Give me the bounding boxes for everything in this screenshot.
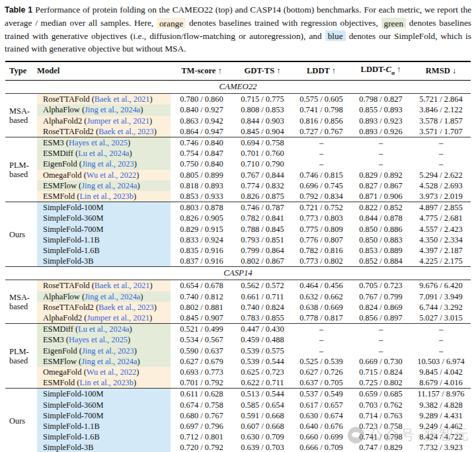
metric-value: 0.701 / 0.792 — [171, 377, 233, 389]
model-cell: EigenFold Jing et al., 2023 — [37, 346, 171, 356]
metric-value: 0.816 / 0.856 — [292, 116, 350, 126]
metric-value: 0.773 / 0.803 — [292, 213, 350, 223]
citation-link[interactable]: Jing et al., 2024a — [79, 181, 140, 190]
model-name: EigenFold — [43, 159, 77, 169]
metric-value: 0.659 / 0.685 — [350, 389, 411, 400]
metric-value: – — [350, 334, 411, 345]
metric-value: 3.846 / 2.122 — [411, 104, 471, 115]
metric-value: 3.571 / 1.707 — [411, 126, 471, 137]
metric-value: 0.654 / 0.678 — [171, 280, 233, 291]
metric-value: 0.792 / 0.834 — [292, 191, 350, 202]
table-row: EigenFold Jing et al., 20230.750 / 0.840… — [5, 159, 471, 169]
metric-value: 11.157 / 8.976 — [411, 389, 471, 400]
model-cell: ESMFlow Jing et al., 2024a — [37, 356, 171, 367]
citation-link[interactable]: Baek et al., 2021 — [92, 281, 153, 290]
metric-value: 0.710 / 0.790 — [233, 159, 292, 169]
metric-value: – — [350, 324, 411, 335]
table-row: SimpleFold-700M0.680 / 0.7670.591 / 0.66… — [5, 410, 471, 421]
model-cell: RoseTTAFold Baek et al., 2021 — [37, 94, 171, 105]
col-header: RMSD ↓ — [411, 61, 471, 81]
model-cell: SimpleFold-1.6B — [37, 432, 171, 442]
model-cell: AlphaFold2 Jumper et al., 2021 — [37, 313, 171, 324]
metric-value: 0.525 / 0.539 — [292, 356, 350, 367]
metric-value: 0.585 / 0.654 — [233, 400, 292, 410]
metric-value: 0.863 / 0.942 — [171, 116, 233, 126]
metric-value: 9.249 / 4.462 — [411, 421, 471, 432]
citation-link[interactable]: Hayes et al., 2025 — [66, 335, 130, 344]
model-name: ESMDiff — [43, 149, 73, 158]
model-cell: AlphaFlow Jing et al., 2024a — [37, 291, 171, 302]
metric-value: 0.696 / 0.745 — [292, 180, 350, 191]
row-group-type: PLM-based — [5, 137, 37, 202]
table-row: AlphaFlow Jing et al., 2024a0.840 / 0.92… — [5, 104, 471, 115]
legend-blue-swatch: blue — [325, 30, 346, 41]
benchmark-label: CAMEO22 — [5, 81, 471, 94]
metric-value: 0.850 / 0.883 — [350, 235, 411, 245]
row-group-type: PLM-based — [5, 324, 37, 389]
row-group-type: MSA-based — [5, 280, 37, 324]
model-name: AlphaFlow — [43, 292, 80, 301]
citation-link[interactable]: Wu et al., 2022 — [84, 170, 139, 180]
citation-link[interactable]: Lin et al., 2023b — [77, 192, 136, 201]
metric-value: 0.845 / 0.904 — [233, 126, 292, 137]
metric-value: 0.607 / 0.668 — [233, 421, 292, 432]
metric-value: 0.803 / 0.878 — [171, 202, 233, 213]
citation-link[interactable]: Baek et al., 2023 — [96, 127, 157, 136]
metric-value: 0.714 / 0.763 — [350, 410, 411, 421]
model-name: AlphaFold2 — [43, 313, 82, 322]
citation-link[interactable]: Lin et al., 2023b — [77, 378, 136, 387]
citation-link[interactable]: Jumper et al., 2021 — [84, 116, 152, 126]
table-row: MSA-basedRoseTTAFold Baek et al., 20210.… — [5, 280, 471, 291]
metric-value: 0.513 / 0.544 — [233, 389, 292, 400]
metric-value: 0.747 / 0.829 — [350, 442, 411, 452]
table-row: SimpleFold-1.6B0.712 / 0.8010.630 / 0.70… — [5, 432, 471, 442]
metric-value: 0.853 / 0.889 — [350, 245, 411, 256]
metric-value: 0.782 / 0.816 — [292, 245, 350, 256]
citation-link[interactable]: Lu et al., 2024a — [75, 149, 132, 158]
metric-value: 0.630 / 0.674 — [292, 410, 350, 421]
citation-link[interactable]: Jing et al., 2024a — [82, 105, 143, 114]
model-name: ESM3 — [43, 138, 64, 147]
citation-link[interactable]: Wu et al., 2022 — [84, 367, 139, 377]
model-cell: EigenFold Jing et al., 2023 — [37, 159, 171, 169]
metric-value: 0.632 / 0.662 — [292, 291, 350, 302]
model-name: ESMFlow — [43, 357, 77, 366]
model-cell: RoseTTAFold2 Baek et al., 2023 — [37, 126, 171, 137]
citation-link[interactable]: Jing et al., 2024a — [82, 292, 143, 301]
table-row: PLM-basedESMDiff Lu et al., 2024a0.521 /… — [5, 324, 471, 335]
citation-link[interactable]: Baek et al., 2023 — [96, 303, 157, 312]
metric-value: 0.793 / 0.851 — [233, 235, 292, 245]
citation-link[interactable]: Hayes et al., 2025 — [66, 138, 130, 147]
citation-link[interactable]: Baek et al., 2021 — [92, 94, 153, 104]
metric-value: 0.746 / 0.815 — [292, 170, 350, 180]
metric-value: 0.639 / 0.703 — [233, 442, 292, 452]
metric-value: 0.855 / 0.893 — [350, 104, 411, 115]
metric-value: 0.715 / 0.824 — [350, 367, 411, 377]
model-cell: SimpleFold-3B — [37, 442, 171, 452]
table-row: ESMFlow Jing et al., 2024a0.627 / 0.6790… — [5, 356, 471, 367]
metric-value: – — [411, 159, 471, 169]
metric-value: 0.871 / 0.906 — [350, 191, 411, 202]
citation-link[interactable]: Lu et al., 2024a — [75, 324, 132, 334]
metric-value: 0.852 / 0.884 — [350, 256, 411, 267]
metric-value: 0.893 / 0.923 — [350, 116, 411, 126]
citation-link[interactable]: Jing et al., 2024a — [79, 357, 140, 366]
metric-value: 3.578 / 1.857 — [411, 116, 471, 126]
citation-link[interactable]: Jing et al., 2023 — [79, 159, 137, 169]
model-name: ESMFold — [43, 378, 75, 387]
col-header: LDDT ↑ — [292, 61, 350, 81]
metric-value: 0.893 / 0.926 — [350, 126, 411, 137]
metric-value: 0.464 / 0.456 — [292, 280, 350, 291]
model-cell: SimpleFold-700M — [37, 410, 171, 421]
col-header: LDDT-Cα ↑ — [350, 61, 411, 81]
citation-link[interactable]: Jumper et al., 2021 — [84, 313, 152, 322]
metric-value: 9.382 / 4.828 — [411, 400, 471, 410]
header-row: TypeModelTM-score ↑GDT-TS ↑LDDT ↑LDDT-Cα… — [5, 61, 471, 81]
metric-value: 0.459 / 0.488 — [233, 334, 292, 345]
metric-value: 4.528 / 2.693 — [411, 180, 471, 191]
citation-link[interactable]: Jing et al., 2023 — [79, 346, 137, 356]
metric-value: 7.091 / 3.949 — [411, 291, 471, 302]
model-cell: ESM3 Hayes et al., 2025 — [37, 137, 171, 148]
table-row: OmegaFold Wu et al., 20220.805 / 0.8990.… — [5, 170, 471, 180]
metric-value: 0.712 / 0.801 — [171, 432, 233, 442]
